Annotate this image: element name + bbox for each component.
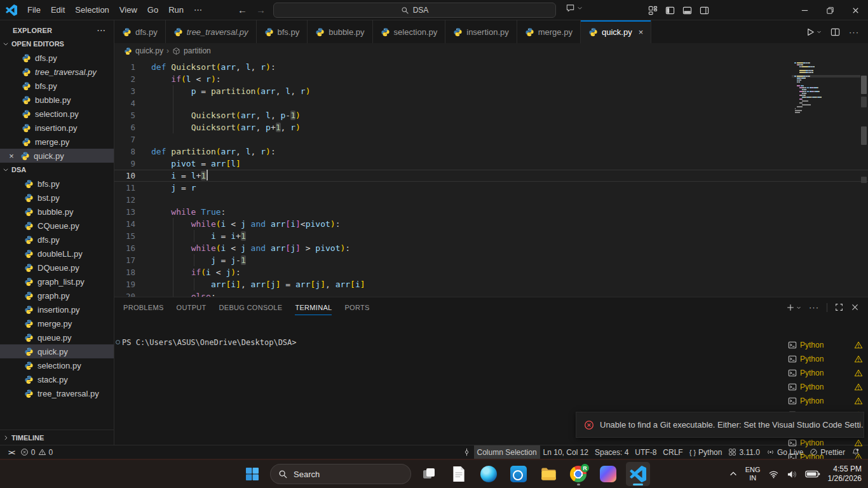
file-tree-item[interactable]: CQueue.py (0, 219, 114, 233)
column-selection-mode[interactable]: Column Selection (474, 445, 540, 459)
window-close-icon[interactable] (843, 0, 868, 20)
editor-tab[interactable]: insertion.py (445, 20, 517, 43)
code-line[interactable]: 12 (114, 194, 868, 206)
notification-toast[interactable]: Unable to find a Git executable. Either:… (576, 412, 864, 438)
ports-indicator[interactable] (459, 445, 474, 459)
file-tree-item[interactable]: dfs.py (0, 233, 114, 247)
code-line[interactable]: 3 p = partition(arr, l, r) (114, 85, 868, 97)
close-icon[interactable]: × (6, 151, 17, 161)
edge-app-button[interactable] (477, 462, 501, 486)
battery-icon[interactable] (805, 470, 820, 478)
code-line[interactable]: 18 if(i < j): (114, 266, 868, 278)
panel-tab[interactable]: PORTS (344, 297, 369, 317)
file-tree-item[interactable]: graph.py (0, 288, 114, 302)
open-editor-item[interactable]: dfs.py (0, 51, 114, 65)
panel-tab[interactable]: OUTPUT (177, 297, 207, 317)
editor-tab[interactable]: merge.py (517, 20, 581, 43)
menu-view[interactable]: View (114, 3, 142, 17)
encoding-setting[interactable]: UTF-8 (632, 445, 660, 459)
vscode-app-button[interactable] (626, 462, 650, 486)
close-icon[interactable]: × (639, 27, 644, 37)
open-editor-item[interactable]: × quick.py (0, 149, 114, 163)
file-tree-item[interactable]: DQueue.py (0, 261, 114, 274)
window-restore-icon[interactable] (817, 0, 843, 20)
command-center-search[interactable]: DSA (273, 3, 556, 18)
file-tree-item[interactable]: doubleLL.py (0, 247, 114, 261)
code-line[interactable]: 16 while(i < j and arr[j] > pivot): (114, 242, 868, 254)
indentation-setting[interactable]: Spaces: 4 (592, 445, 632, 459)
python-interpreter[interactable]: 3.11.0 (725, 445, 763, 459)
file-tree-item[interactable]: bst.py (0, 191, 114, 205)
file-tree-item[interactable]: merge.py (0, 316, 114, 330)
code-line[interactable]: 13 while True: (114, 206, 868, 218)
file-tree-item[interactable]: tree_traversal.py (0, 386, 114, 400)
menu-edit[interactable]: Edit (46, 3, 70, 17)
file-tree-item[interactable]: bfs.py (0, 177, 114, 191)
code-line[interactable]: 14 while(i < j and arr[i]<pivot): (114, 218, 868, 230)
more-actions-icon[interactable]: ··· (849, 27, 859, 37)
code-line[interactable]: 1def Quicksort(arr, l, r): (114, 61, 868, 73)
file-tree-item[interactable]: selection.py (0, 358, 114, 372)
run-python-button[interactable] (806, 27, 822, 37)
close-panel-icon[interactable] (851, 303, 859, 311)
code-line[interactable]: 7 (114, 133, 868, 146)
command-decoration-icon[interactable] (116, 340, 120, 344)
task-view-button[interactable] (417, 462, 441, 486)
terminal-list-item[interactable]: Python (788, 338, 864, 352)
start-button[interactable] (240, 462, 264, 486)
notifications-bell[interactable] (848, 445, 863, 459)
terminal-list-item[interactable]: Python (788, 352, 864, 366)
speaker-icon[interactable] (787, 470, 797, 479)
editor-tab[interactable]: dfs.py (114, 20, 166, 43)
file-tree-item[interactable]: graph_list.py (0, 274, 114, 288)
explorer-more-actions-icon[interactable]: ··· (97, 27, 106, 34)
toggle-sidebar-icon[interactable] (665, 6, 675, 15)
language-mode[interactable]: { }Python (686, 445, 726, 459)
open-editor-item[interactable]: merge.py (0, 135, 114, 149)
notepad-app-button[interactable] (447, 462, 471, 486)
code-line[interactable]: 4 (114, 97, 868, 109)
file-tree-item[interactable]: stack.py (0, 372, 114, 386)
remote-indicator[interactable]: >< (5, 445, 17, 459)
terminal-list-item[interactable]: Python (788, 394, 864, 408)
menu-run[interactable]: Run (163, 3, 189, 17)
terminal-list-item[interactable]: Python (788, 380, 864, 394)
menu-more[interactable]: ⋯ (189, 3, 207, 17)
window-minimize-icon[interactable] (792, 0, 817, 20)
taskbar-search-box[interactable]: Search (270, 464, 411, 484)
panel-tab[interactable]: TERMINAL (295, 297, 332, 317)
nav-forward-icon[interactable]: → (256, 4, 266, 15)
customize-layout-icon[interactable] (648, 6, 658, 15)
editor-tab[interactable]: quick.py × (581, 20, 651, 43)
language-indicator[interactable]: ENG IN (745, 466, 761, 482)
problems-indicator[interactable]: 0 0 (17, 445, 56, 459)
editor-tab[interactable]: bubble.py (308, 20, 372, 43)
panel-more-actions-icon[interactable]: ··· (809, 302, 819, 312)
timeline-section-header[interactable]: TIMELINE (0, 430, 114, 445)
file-tree-item[interactable]: queue.py (0, 330, 114, 344)
menu-file[interactable]: File (22, 3, 46, 17)
code-line[interactable]: 10 i = l+1 (114, 170, 868, 182)
code-line[interactable]: 19 arr[i], arr[j] = arr[j], arr[i] (114, 278, 868, 290)
menu-selection[interactable]: Selection (70, 3, 114, 17)
clock[interactable]: 4:55 PM 1/26/2026 (828, 464, 862, 484)
menu-go[interactable]: Go (142, 3, 163, 17)
breadcrumb-file[interactable]: quick.py (135, 46, 163, 55)
code-line[interactable]: 5 Quicksort(arr, l, p-1) (114, 109, 868, 121)
file-explorer-button[interactable] (536, 462, 560, 486)
code-line[interactable]: 6 Quicksort(arr, p+1, r) (114, 121, 868, 133)
panel-tab[interactable]: PROBLEMS (123, 297, 164, 317)
minimap[interactable] (794, 62, 858, 114)
chrome-app-button[interactable]: R (566, 462, 590, 486)
chat-toggle-button[interactable] (566, 3, 583, 13)
code-line[interactable]: 11 j = r (114, 182, 868, 194)
open-editor-item[interactable]: tree_traversal.py (0, 65, 114, 79)
open-editor-item[interactable]: bfs.py (0, 79, 114, 93)
editor-tab[interactable]: tree_traversal.py (166, 20, 257, 43)
open-editor-item[interactable]: selection.py (0, 107, 114, 121)
code-line[interactable]: 2 if(l < r): (114, 73, 868, 85)
code-line[interactable]: 8def partition(arr, l, r): (114, 146, 868, 158)
hidden-icons-chevron[interactable] (729, 470, 738, 478)
panel-tab[interactable]: DEBUG CONSOLE (219, 297, 283, 317)
maximize-panel-icon[interactable] (835, 303, 843, 311)
